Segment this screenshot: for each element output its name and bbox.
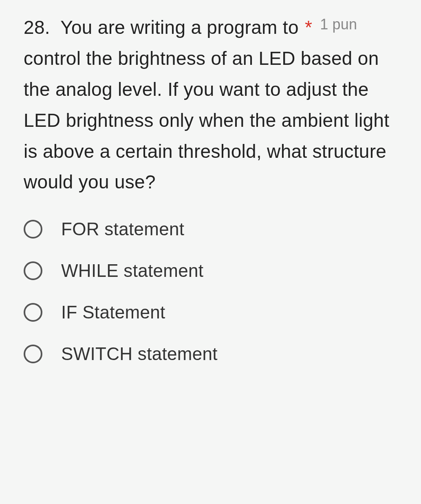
required-star: *	[305, 17, 312, 38]
radio-icon	[24, 345, 42, 363]
option-label: IF Statement	[61, 302, 165, 323]
question-line-1: You are writing a program to	[60, 17, 299, 38]
option-label: WHILE statement	[61, 261, 203, 281]
points-label: 1 pun	[320, 16, 357, 33]
options-group: FOR statement WHILE statement IF Stateme…	[24, 219, 405, 364]
option-label: SWITCH statement	[61, 344, 218, 364]
radio-icon	[24, 303, 42, 322]
option-label: FOR statement	[61, 219, 184, 239]
option-switch-statement[interactable]: SWITCH statement	[24, 344, 405, 364]
radio-icon	[24, 261, 42, 280]
question-body: control the brightness of an LED based o…	[24, 48, 389, 193]
option-while-statement[interactable]: WHILE statement	[24, 261, 405, 281]
option-for-statement[interactable]: FOR statement	[24, 219, 405, 239]
radio-icon	[24, 220, 42, 239]
question-text: 28. You are writing a program to * 1 pun…	[24, 12, 405, 198]
question-number: 28.	[24, 17, 50, 38]
question-block: 28. You are writing a program to * 1 pun…	[0, 0, 421, 393]
option-if-statement[interactable]: IF Statement	[24, 302, 405, 323]
